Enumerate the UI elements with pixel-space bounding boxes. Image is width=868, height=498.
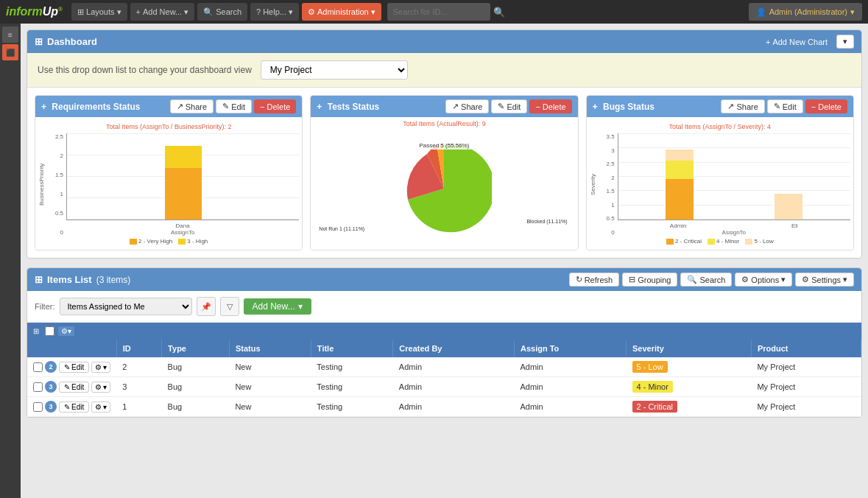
dashboard-section: ⊞ Dashboard + Add New Chart ▾ Use this d…	[27, 29, 862, 259]
id-search-input[interactable]	[387, 3, 490, 21]
requirements-chart-data-title: Total Items (AssignTo / BusinessPriority…	[38, 123, 299, 130]
bugs-edit-button[interactable]: ✎ Edit	[767, 99, 803, 113]
dashboard-dropdown-label: Use this drop down list to change your d…	[38, 65, 252, 75]
grid-line	[618, 133, 850, 134]
administration-button[interactable]: ⚙ Administration ▾	[302, 3, 381, 21]
tests-delete-button[interactable]: − Delete	[529, 99, 571, 113]
tests-chart-header: + Tests Status ↗ Share ✎ Edit	[311, 96, 577, 117]
row1-gear-button[interactable]: ⚙ ▾	[91, 362, 110, 373]
settings-button[interactable]: ⚙ Settings ▾	[795, 273, 854, 287]
bar-stack	[165, 146, 202, 220]
requirements-share-button[interactable]: ↗ Share	[170, 99, 214, 113]
legend-dot	[178, 239, 186, 245]
table-gear-button[interactable]: ⚙▾	[57, 326, 75, 337]
options-button[interactable]: ⚙ Options ▾	[735, 273, 792, 287]
add-new-item-button[interactable]: Add New... ▾	[244, 298, 311, 315]
req-x-label-dana: Dana	[176, 222, 190, 229]
search-submit-icon[interactable]: 🔍	[493, 7, 505, 18]
bar-seg-high	[165, 146, 202, 168]
search-button[interactable]: 🔍 Search	[197, 3, 247, 21]
add-new-button[interactable]: + Add New... ▾	[130, 3, 195, 21]
user-menu-button[interactable]: 👤 Admin (Administrator) ▾	[749, 3, 862, 21]
bar-stack-admin	[666, 150, 694, 220]
grid-line	[618, 147, 850, 148]
bugs-y-axis-label: Severity	[590, 133, 600, 236]
requirements-chart-actions: ↗ Share ✎ Edit − Delete	[170, 99, 297, 113]
requirements-chart-panel: + Requirements Status ↗ Share ✎ Edit	[35, 95, 303, 250]
refresh-button[interactable]: ↻ Refresh	[569, 273, 620, 287]
sidebar-menu-button[interactable]: ≡	[2, 27, 18, 43]
project-select[interactable]: My Project	[261, 60, 408, 80]
row1-id: 2	[116, 357, 161, 377]
bugs-chart-header: + Bugs Status ↗ Share ✎ Edit	[587, 96, 853, 117]
row3-severity-badge: 2 - Critical	[632, 401, 678, 413]
help-button[interactable]: ? Help... ▾	[250, 3, 299, 21]
tests-pie-svg	[396, 141, 492, 236]
req-bars	[67, 146, 299, 220]
tests-chart-panel: + Tests Status ↗ Share ✎ Edit	[310, 95, 578, 250]
bugs-legend: 2 - Critical 4 - Minor 5 - Low	[590, 236, 850, 247]
add-new-chart-button[interactable]: + Add New Chart	[760, 36, 833, 48]
table-row: 3 ✎ Edit ⚙ ▾	[27, 377, 861, 397]
table-top-controls: ⊞ ⚙▾	[27, 323, 861, 340]
bugs-chart-actions: ↗ Share ✎ Edit − Delete	[721, 99, 847, 113]
bugs-x-label-admin: Admin	[670, 222, 687, 229]
tests-edit-button[interactable]: ✎ Edit	[491, 99, 527, 113]
requirements-delete-button[interactable]: − Delete	[254, 99, 296, 113]
row3-gear-button[interactable]: ⚙ ▾	[91, 401, 110, 413]
tests-chart-actions: ↗ Share ✎ Edit − Delete	[445, 99, 572, 113]
delete-icon: −	[260, 102, 264, 111]
row3-edit-button[interactable]: ✎ Edit	[59, 401, 89, 413]
row2-edit-button[interactable]: ✎ Edit	[59, 382, 89, 393]
table-header-row: ID Type Status Title Created By Assign T…	[27, 340, 861, 357]
options-icon: ⚙	[741, 275, 749, 284]
bugs-delete-button[interactable]: − Delete	[805, 99, 847, 113]
row1-edit-button[interactable]: ✎ Edit	[59, 362, 89, 373]
row2-controls: 3 ✎ Edit ⚙ ▾	[27, 377, 116, 397]
req-y-ticks: 2.5 2 1.5 1 0.5 0	[50, 133, 65, 236]
edit-icon: ✎	[498, 102, 504, 111]
select-all-checkbox[interactable]	[45, 326, 54, 336]
tests-pie-chart: Total Items (ActualResult): 9	[311, 117, 577, 250]
row2-checkbox[interactable]	[33, 382, 43, 392]
filter-label: Filter:	[35, 302, 55, 311]
refresh-icon: ↻	[576, 275, 582, 284]
bar-seg-low-eli	[775, 194, 802, 220]
legend-item-low: 5 - Low	[745, 238, 773, 245]
row2-gear-button[interactable]: ⚙ ▾	[91, 382, 110, 393]
items-list-header-actions: ↻ Refresh ⊟ Grouping 🔍 Search ⚙ Options	[569, 273, 854, 287]
th-severity: Severity	[627, 340, 752, 357]
row2-assign-to: Admin	[514, 377, 626, 397]
bugs-share-button[interactable]: ↗ Share	[721, 99, 764, 113]
expand-icon[interactable]: ⊞	[33, 327, 39, 335]
user-menu: 👤 Admin (Administrator) ▾	[749, 3, 862, 21]
items-list-header: ⊞ Items List (3 items) ↻ Refresh ⊟ Group…	[27, 268, 861, 291]
layouts-button[interactable]: ⊞ Layouts ▾	[71, 3, 127, 21]
bugs-x-label-eli: Eli	[791, 222, 798, 229]
sidebar-grid-button[interactable]: ⬛	[2, 44, 18, 60]
items-search-button[interactable]: 🔍 Search	[680, 273, 732, 287]
row1-controls: 2 ✎ Edit ⚙ ▾	[27, 357, 116, 377]
brand-logo: informUp®	[6, 5, 63, 18]
requirements-chart-body: Total Items (AssignTo / BusinessPriority…	[35, 117, 302, 250]
row1-checkbox[interactable]	[33, 362, 43, 372]
filter-funnel-button[interactable]: ▽	[220, 297, 239, 316]
grouping-button[interactable]: ⊟ Grouping	[622, 273, 677, 287]
row3-checkbox[interactable]	[33, 402, 43, 412]
filter-select[interactable]: Items Assigned to Me	[60, 298, 192, 315]
row1-num: 2	[45, 361, 57, 373]
bar-seg-minor	[666, 161, 694, 179]
edit-icon: ✎	[64, 383, 70, 391]
row3-id: 1	[116, 397, 161, 417]
row2-title: Testing	[311, 377, 393, 397]
chevron-down-icon: ▾	[371, 7, 375, 17]
requirements-edit-button[interactable]: ✎ Edit	[216, 99, 252, 113]
tests-share-button[interactable]: ↗ Share	[445, 99, 489, 113]
edit-icon: ✎	[64, 363, 70, 371]
bugs-chart-data-title: Total Items (AssignTo / Severity): 4	[590, 123, 850, 130]
th-product: Product	[751, 340, 861, 357]
grid-icon: ⊞	[35, 36, 43, 47]
requirements-chart-header: + Requirements Status ↗ Share ✎ Edit	[35, 96, 302, 117]
filter-pin-button[interactable]: 📌	[197, 297, 216, 316]
dashboard-expand-button[interactable]: ▾	[836, 35, 854, 49]
